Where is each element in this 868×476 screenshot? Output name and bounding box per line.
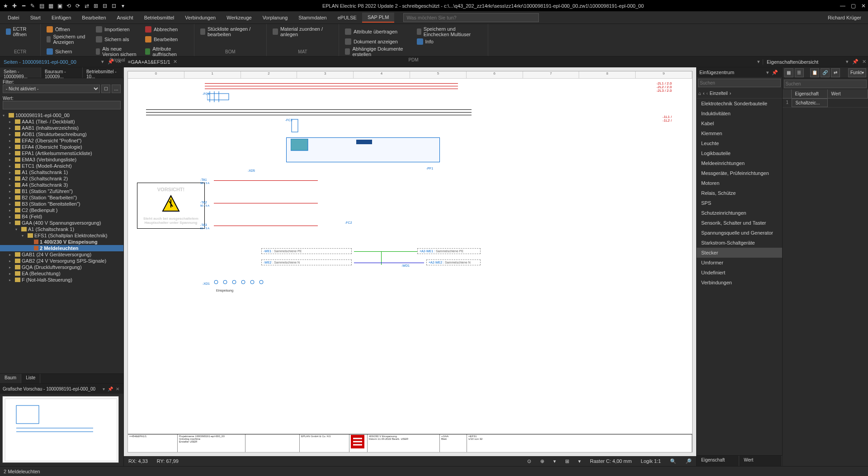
tree-expander-icon[interactable]: ▸ <box>9 158 14 162</box>
category-item[interactable]: Spannungsquelle und Generator <box>697 228 782 238</box>
tab-baum[interactable]: Baum <box>0 374 21 383</box>
menu-stammdaten[interactable]: Stammdaten <box>293 13 332 22</box>
save-version-button[interactable]: Als neue Version sichern <box>94 46 140 57</box>
edit-button[interactable]: Bearbeiten <box>144 33 189 45</box>
props-search-input[interactable] <box>784 80 867 88</box>
tab-liste[interactable]: Liste <box>21 374 40 383</box>
link-button[interactable]: 🔗 <box>821 68 830 77</box>
tree-item[interactable]: ▸GAB1 (24 V Geräteversorgung) <box>0 251 123 258</box>
tree-expander-icon[interactable]: ▸ <box>9 120 14 124</box>
tree-item[interactable]: ▸AAA1 (Titel- / Deckblatt) <box>0 118 123 125</box>
qat-icon[interactable]: ⟳ <box>75 3 81 9</box>
tree-expander-icon[interactable]: ▸ <box>9 132 14 137</box>
tree-item[interactable]: ▸A1 (Schaltschrank 1) <box>0 169 123 175</box>
filter-more-button[interactable]: … <box>112 85 121 93</box>
panel-dropdown-icon[interactable]: ▾ <box>765 70 770 75</box>
col-wert[interactable]: Wert <box>828 90 868 98</box>
tree-expander-icon[interactable]: ▸ <box>9 272 14 276</box>
snap-icon[interactable]: ⊙ <box>527 458 531 464</box>
category-item[interactable]: SPS <box>697 198 782 208</box>
category-item[interactable]: Schutzeinrichtungen <box>697 208 782 218</box>
tree-expander-icon[interactable]: ▾ <box>22 234 26 238</box>
tree-item[interactable]: ▸F (Not-Halt-Steuerung) <box>0 277 123 283</box>
tree-expander-icon[interactable]: ▸ <box>9 164 14 168</box>
save-show-button[interactable]: Speichern und Anzeigen <box>45 33 91 45</box>
tree-expander-icon[interactable]: ▸ <box>9 145 14 149</box>
doc-show-button[interactable]: Dokument anzeigen <box>344 38 412 45</box>
sync-button[interactable]: ⇄ <box>831 68 840 77</box>
tree-expander-icon[interactable]: ▸ <box>9 139 14 143</box>
tabs-dropdown-icon[interactable]: ▾ <box>755 59 763 65</box>
tree-item[interactable]: ▾A1 (Schaltschrank 1) <box>0 226 123 232</box>
category-item[interactable]: Verbindungen <box>697 278 782 287</box>
tree-item[interactable]: ▸ADB1 (Strukturbeschreibung) <box>0 131 123 137</box>
category-item[interactable]: Induktivitäten <box>697 108 782 118</box>
tree-expander-icon[interactable]: ▾ <box>15 227 20 231</box>
qat-icon[interactable]: ⇄ <box>84 3 90 9</box>
bom-button[interactable]: Stückliste anlegen / bearbeiten <box>199 26 262 38</box>
mat-button[interactable]: Material zuordnen / anlegen <box>271 26 334 38</box>
home-icon[interactable]: ⌂ <box>698 91 701 96</box>
breadcrumb-expand-icon[interactable]: › <box>730 91 731 96</box>
menu-betriebsmittel[interactable]: Betriebsmittel <box>139 13 180 22</box>
tree-expander-icon[interactable]: ▸ <box>9 183 14 187</box>
category-list[interactable]: Elektrotechnik SonderbauteileInduktivitä… <box>697 99 782 455</box>
qat-icon[interactable]: ⟲ <box>66 3 72 9</box>
tree-item[interactable]: ▸GQA (Druckluftversorgung) <box>0 264 123 270</box>
props-row[interactable]: 1 Schaltzeic... <box>783 99 868 108</box>
category-item[interactable]: Logikbauteile <box>697 148 782 158</box>
menu-bearbeiten[interactable]: Bearbeiten <box>76 13 111 22</box>
panel-close-icon[interactable]: ✕ <box>114 386 121 391</box>
panel-close-icon[interactable]: ✕ <box>116 59 123 65</box>
panel-dropdown-icon[interactable]: ▾ <box>844 59 850 65</box>
qat-icon[interactable]: ▣ <box>57 3 63 9</box>
snap-icon[interactable]: ⊕ <box>540 458 544 464</box>
menu-ansicht[interactable]: Ansicht <box>112 13 139 22</box>
save-button[interactable]: Sichern <box>45 46 91 57</box>
view-grid-button[interactable]: ▦ <box>784 68 793 77</box>
copy-button[interactable]: 📋 <box>810 68 819 77</box>
zoom-in-icon[interactable]: 🔍 <box>670 458 676 464</box>
qat-icon[interactable]: ━ <box>20 3 27 9</box>
tab-close-icon[interactable]: ✕ <box>173 59 177 65</box>
panel-dropdown-icon[interactable]: ▾ <box>99 59 106 65</box>
qat-icon[interactable]: ⊞ <box>93 3 99 9</box>
tree-item[interactable]: ▸B2 (Station "Bearbeiten") <box>0 194 123 201</box>
tree-item[interactable]: ▸EA (Beleuchtung) <box>0 270 123 277</box>
tree-item[interactable]: ▸C2 (Bedienpult ) <box>0 207 123 213</box>
back-icon[interactable]: ‹ <box>703 91 704 96</box>
schematic-viewport[interactable]: 0123456789 -2L1 / 2.0 -2L2 / 2.0 -2L3 / … <box>124 67 696 466</box>
refresh-attrs-button[interactable]: Attribute auffrischen <box>144 46 189 57</box>
close-button[interactable]: ✕ <box>861 3 866 9</box>
preview-thumbnail[interactable] <box>2 396 119 463</box>
tree-item[interactable]: ▸B1 (Station "Zuführen") <box>0 188 123 194</box>
attr-transfer-button[interactable]: Attribute übertragen <box>344 26 412 38</box>
minimize-button[interactable]: — <box>840 3 845 9</box>
maximize-button[interactable]: ▢ <box>851 3 856 9</box>
info-button[interactable]: Info <box>415 38 484 45</box>
import-button[interactable]: Importieren <box>94 26 140 33</box>
tree-expander-icon[interactable]: ▸ <box>9 177 14 181</box>
wert-input[interactable] <box>3 101 121 109</box>
category-item[interactable]: Elektrotechnik Sonderbauteile <box>697 99 782 108</box>
tree-item[interactable]: 1 400/230 V Einspeisung <box>0 239 123 245</box>
panel-dropdown-icon[interactable]: ▾ <box>101 386 106 391</box>
qat-icon[interactable]: ⊡ <box>111 3 117 9</box>
tree-expander-icon[interactable]: ▸ <box>9 151 14 156</box>
breadcrumb-item[interactable]: Einzelteil <box>710 91 728 96</box>
category-item[interactable]: Klemmen <box>697 128 782 138</box>
page-tree[interactable]: ▾1000098191-epl-000_00▸AAA1 (Titel- / De… <box>0 111 123 373</box>
tree-expander-icon[interactable]: ▸ <box>9 253 14 257</box>
category-item[interactable]: Meldeeinrichtungen <box>697 158 782 168</box>
grid-dropdown-icon[interactable]: ▾ <box>578 458 581 464</box>
tree-expander-icon[interactable]: ▸ <box>9 259 14 263</box>
tree-item[interactable]: ▾GAA (400 V Spannungsversorgung) <box>0 220 123 226</box>
tree-expander-icon[interactable]: ▸ <box>9 202 14 206</box>
qat-icon[interactable]: ✎ <box>29 3 36 9</box>
category-item[interactable]: Leuchte <box>697 138 782 148</box>
filter-select[interactable]: - Nicht aktiviert - <box>3 85 100 93</box>
category-item[interactable]: Starkstrom-Schaltgeräte <box>697 238 782 248</box>
tree-expander-icon[interactable]: ▸ <box>9 126 14 130</box>
tree-item[interactable]: ▸GAB2 (24 V Versorgung SPS-Signale) <box>0 258 123 264</box>
qat-icon[interactable]: ★ <box>2 3 9 9</box>
